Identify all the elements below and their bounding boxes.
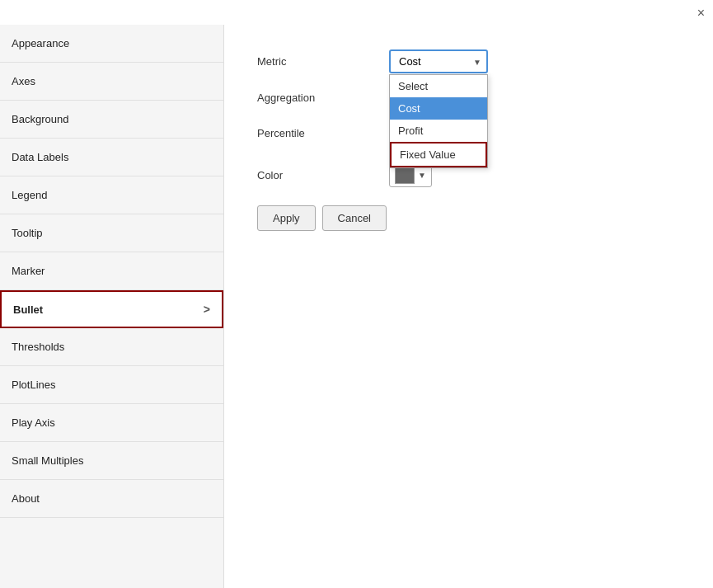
metric-control: Cost ▼ SelectCostProfitFixed Value xyxy=(389,49,680,73)
sidebar-item-label-small-multiples: Small Multiples xyxy=(12,454,83,467)
metric-select-value: Cost xyxy=(399,55,421,68)
sidebar-item-bullet[interactable]: Bullet> xyxy=(0,290,223,328)
main-content: Metric Cost ▼ SelectCostProfitFixed Valu… xyxy=(224,25,713,588)
aggregation-label: Aggregation xyxy=(257,92,389,104)
sidebar-item-label-appearance: Appearance xyxy=(12,37,69,49)
metric-dropdown-menu: SelectCostProfitFixed Value xyxy=(389,74,488,168)
sidebar-item-arrow-bullet: > xyxy=(204,303,210,316)
sidebar-item-play-axis[interactable]: Play Axis xyxy=(0,404,223,442)
sidebar-item-axes[interactable]: Axes xyxy=(0,63,223,101)
color-swatch xyxy=(395,166,415,184)
sidebar-item-label-legend: Legend xyxy=(12,189,47,201)
dropdown-item-cost[interactable]: Cost xyxy=(390,97,487,120)
sidebar-item-background[interactable]: Background xyxy=(0,101,223,139)
sidebar-item-label-background: Background xyxy=(12,113,68,125)
buttons-row: Apply Cancel xyxy=(257,205,680,231)
sidebar-item-label-thresholds: Thresholds xyxy=(12,341,64,353)
sidebar-item-label-play-axis: Play Axis xyxy=(12,416,55,429)
color-label: Color xyxy=(257,169,389,181)
sidebar-item-plotlines[interactable]: PlotLines xyxy=(0,366,223,404)
sidebar: AppearanceAxesBackgroundData LabelsLegen… xyxy=(0,25,224,588)
sidebar-item-label-axes: Axes xyxy=(12,75,35,87)
sidebar-item-label-tooltip: Tooltip xyxy=(12,227,43,239)
sidebar-item-about[interactable]: About xyxy=(0,480,223,518)
sidebar-item-data-labels[interactable]: Data Labels xyxy=(0,139,223,176)
metric-select-wrapper: Cost ▼ SelectCostProfitFixed Value xyxy=(389,49,488,73)
metric-label: Metric xyxy=(257,55,389,68)
metric-row: Metric Cost ▼ SelectCostProfitFixed Valu… xyxy=(257,49,680,73)
close-button[interactable]: × xyxy=(697,7,705,20)
cancel-button[interactable]: Cancel xyxy=(322,205,387,231)
sidebar-item-label-data-labels: Data Labels xyxy=(12,151,68,163)
metric-dropdown-arrow: ▼ xyxy=(473,57,481,66)
apply-button[interactable]: Apply xyxy=(257,205,316,231)
sidebar-item-legend[interactable]: Legend xyxy=(0,176,223,214)
sidebar-item-label-plotlines: PlotLines xyxy=(12,379,55,391)
dropdown-item-fixed-value[interactable]: Fixed Value xyxy=(390,142,487,167)
sidebar-item-small-multiples[interactable]: Small Multiples xyxy=(0,442,223,480)
metric-select-display[interactable]: Cost ▼ xyxy=(389,49,488,73)
sidebar-item-thresholds[interactable]: Thresholds xyxy=(0,328,223,366)
color-picker-arrow: ▼ xyxy=(418,171,426,180)
sidebar-item-label-bullet: Bullet xyxy=(13,303,43,316)
sidebar-item-label-marker: Marker xyxy=(12,265,45,277)
sidebar-item-tooltip[interactable]: Tooltip xyxy=(0,214,223,252)
percentile-label: Percentile xyxy=(257,127,389,139)
sidebar-item-appearance[interactable]: Appearance xyxy=(0,25,223,63)
sidebar-item-label-about: About xyxy=(12,492,40,505)
dropdown-item-select[interactable]: Select xyxy=(390,75,487,97)
sidebar-item-marker[interactable]: Marker xyxy=(0,252,223,290)
dropdown-item-profit[interactable]: Profit xyxy=(390,120,487,142)
